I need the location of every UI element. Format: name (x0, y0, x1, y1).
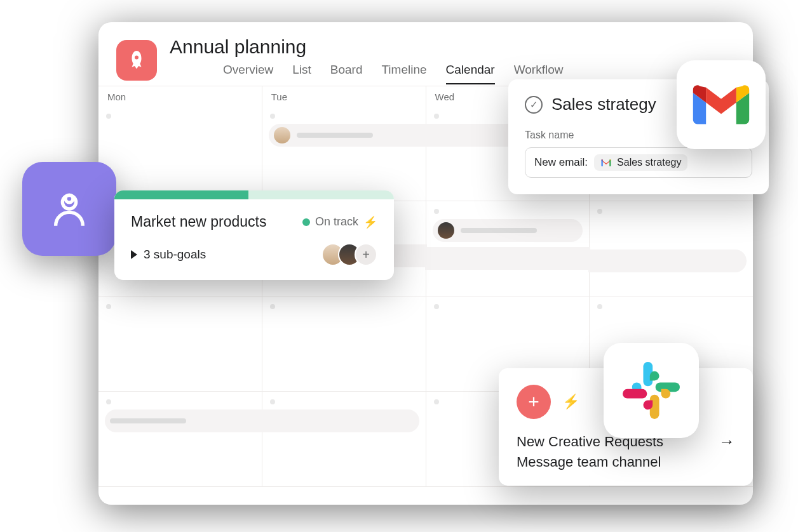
task-name-input[interactable]: New email: Sales strategy (525, 147, 752, 178)
calendar-col-mon: Mon Kickoff (98, 86, 262, 487)
task-title: Sales strategy (551, 95, 656, 114)
calendar-cell[interactable] (98, 106, 262, 201)
triangle-right-icon (131, 250, 137, 259)
rule-action: Message team channel (517, 454, 735, 470)
project-title: Annual planning (170, 36, 563, 58)
calendar-cell[interactable] (262, 392, 426, 487)
check-circle-icon[interactable] (525, 96, 543, 114)
bolt-icon: ⚡ (363, 215, 377, 229)
calendar-cell[interactable] (426, 201, 590, 296)
calendar-col-tue: Tue (262, 86, 426, 487)
subgoals-toggle[interactable]: 3 sub-goals (131, 248, 206, 262)
calendar-cell[interactable] (262, 106, 426, 201)
goal-card[interactable]: Market new products On track ⚡ 3 sub-goa… (114, 190, 394, 280)
svg-rect-5 (623, 389, 647, 399)
tab-board[interactable]: Board (330, 63, 363, 84)
task-bar[interactable] (105, 409, 263, 432)
goal-title: Market new products (131, 213, 266, 230)
task-bar[interactable] (588, 249, 747, 272)
progress-bar (114, 190, 394, 199)
gmail-icon (693, 83, 750, 126)
tab-list[interactable]: List (292, 63, 311, 84)
arrow-right-icon: → (719, 432, 735, 451)
status-dot-icon (302, 218, 310, 226)
app-badge-gmail (677, 60, 766, 149)
avatar (438, 222, 454, 239)
task-bar[interactable] (425, 247, 591, 270)
tab-timeline[interactable]: Timeline (381, 63, 426, 84)
calendar-cell[interactable] (98, 296, 262, 392)
calendar-cell[interactable] (262, 296, 426, 392)
task-bar[interactable] (261, 409, 419, 432)
day-header: Mon (98, 86, 262, 106)
bolt-icon: ⚡ (562, 394, 579, 410)
email-chip[interactable]: Sales strategy (594, 154, 687, 171)
avatar (274, 127, 290, 143)
add-member-button[interactable]: + (355, 243, 377, 266)
avatar-stack: + (328, 243, 377, 266)
tab-overview[interactable]: Overview (223, 63, 273, 84)
app-badge-slack (604, 343, 699, 438)
day-header: Tue (262, 86, 426, 106)
app-badge-purple (22, 162, 116, 256)
plus-circle-icon: + (517, 385, 551, 419)
project-icon (116, 40, 157, 81)
tab-calendar[interactable]: Calendar (446, 63, 495, 84)
gmail-mini-icon (600, 158, 612, 167)
svg-point-1 (65, 195, 73, 203)
person-icon (49, 189, 90, 229)
task-bar[interactable] (433, 219, 583, 242)
rocket-icon (125, 49, 148, 72)
task-bar[interactable] (269, 124, 427, 147)
slack-icon (623, 362, 680, 419)
calendar-cell[interactable] (590, 201, 753, 296)
goal-status: On track ⚡ (302, 215, 377, 229)
calendar-cell[interactable] (98, 392, 262, 487)
project-header: Annual planning Overview List Board Time… (98, 22, 753, 84)
